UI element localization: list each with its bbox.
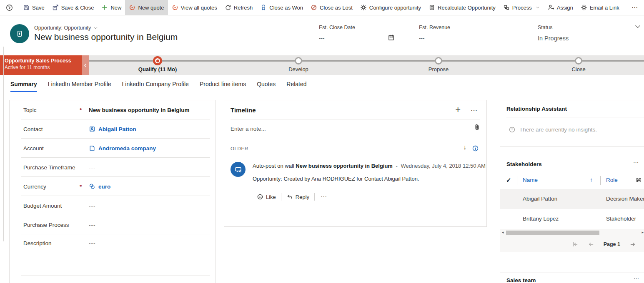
select-all-check-icon[interactable]: ✓ [506,176,511,184]
note-input[interactable] [231,123,462,134]
gear-icon [581,4,587,11]
close-as-won-button[interactable]: Close as Won [256,0,307,15]
info-icon[interactable] [472,145,479,152]
entity-selector[interactable]: Opportunity: Opportunity [34,25,98,31]
save-view-icon[interactable] [636,177,642,183]
next-page-icon[interactable] [629,241,636,248]
tab-linkedin-member-profile[interactable]: LinkedIn Member Profile [48,81,111,92]
save-and-close-button[interactable]: Save & Close [48,0,98,15]
quote-icon [172,4,178,11]
block-icon [311,4,317,11]
tab-product-line-items[interactable]: Product line items [200,81,246,92]
est-revenue-value[interactable]: --- [419,35,450,41]
save-button[interactable]: Save [19,0,48,15]
summary-form-card: Topic * New business opportunity in Belg… [9,100,216,283]
calculator-icon [428,4,435,11]
new-button[interactable]: New [98,0,125,15]
field-topic-label: Topic [23,107,80,113]
first-page-icon[interactable] [572,241,579,248]
relationship-assistant-card: Relationship Assistant There are current… [500,100,644,146]
timeline-more-button[interactable]: ⋯ [471,106,477,114]
stage-marker-icon [575,57,582,65]
email-a-link-button[interactable]: Email a Link [577,0,623,15]
field-account: Account Andromeda company [10,139,215,158]
field-contact-value[interactable]: Abigail Patton [98,126,136,132]
configure-opportunity-label: Configure opportunity [369,4,421,11]
timeline-add-button[interactable]: + [455,104,461,115]
new-quote-button[interactable]: New quote [125,0,168,15]
post-prefix: Auto-post on wall [253,163,294,169]
stage-marker-icon [295,57,302,65]
field-budget-amount-value[interactable]: --- [89,203,96,209]
expand-header-chevron-icon[interactable] [634,23,641,30]
status-field: Status In Progress [538,25,569,42]
grid-header-row: ✓ Name ↑ Role [500,172,644,189]
close-as-lost-button[interactable]: Close as Lost [307,0,356,15]
stakeholders-more-button[interactable]: ⋯ [633,159,639,166]
sales-team-more-button[interactable]: ⋯ [634,276,639,282]
smiley-icon [257,194,263,200]
person-assign-icon [548,4,554,11]
post-headline: Auto-post on wall New business opportuni… [253,163,482,169]
scroll-left-arrow[interactable]: ◂ [502,230,504,234]
field-budget-amount-label: Budget Amount [23,203,80,209]
field-description-label: Description [23,240,80,246]
column-header-role[interactable]: Role [606,177,618,183]
tab-related[interactable]: Related [286,81,306,92]
configure-opportunity-button[interactable]: Configure opportunity [356,0,425,15]
refresh-button[interactable]: Refresh [221,0,257,15]
expand-commandbar-button[interactable] [0,0,19,15]
status-label: Status [538,25,569,30]
field-currency: Currency * euro [10,177,215,196]
post-body: Opportunity: Created by Ana RODRIGUEZ fo… [253,176,419,182]
previous-page-icon[interactable] [588,241,594,248]
field-currency-value[interactable]: euro [98,184,110,190]
sort-descending-button[interactable]: ↓ [463,144,466,151]
post-dash: - [396,163,398,169]
refresh-label: Refresh [234,4,253,11]
close-as-won-label: Close as Won [269,4,303,11]
process-label: Process [512,4,532,11]
field-budget-amount: Budget Amount --- [10,196,215,215]
save-label: Save [32,4,45,11]
stakeholder-name: Brittany Lopez [523,216,559,222]
process-ribbon[interactable]: Opportunity Sales Process Active for 11 … [0,55,82,75]
est-close-date-field: Est. Close Date --- [319,25,355,41]
est-close-date-value[interactable]: --- [319,35,355,41]
sort-ascending-icon[interactable]: ↑ [590,176,593,183]
est-close-date-label: Est. Close Date [319,25,355,30]
field-purchase-timeframe-value[interactable]: --- [89,164,96,171]
column-header-name[interactable]: Name [523,177,538,183]
post-more-button[interactable]: ⋯ [315,193,333,201]
field-description-value[interactable]: --- [89,240,96,246]
field-purchase-process-value[interactable]: --- [89,222,96,228]
paperclip-icon[interactable] [474,124,481,131]
chevron-left-icon [83,63,88,68]
tab-linkedin-company-profile[interactable]: LinkedIn Company Profile [122,81,189,92]
stakeholder-row[interactable]: Abigail Patton Decision Maker [500,189,644,209]
no-insights-text: There are currently no insights. [519,127,597,133]
scroll-right-arrow[interactable]: ▸ [641,230,644,234]
like-button[interactable]: Like [252,194,281,200]
recalculate-opportunity-button[interactable]: Recalculate Opportunity [425,0,499,15]
calendar-icon[interactable] [388,34,395,41]
est-revenue-field: Est. Revenue --- [419,25,450,41]
process-button[interactable]: Process [499,0,544,15]
commandbar-overflow-button[interactable]: ⋯ [626,0,644,15]
view-all-quotes-button[interactable]: View all quotes [168,0,221,15]
field-account-value[interactable]: Andromeda company [98,145,156,151]
sales-team-title: Sales team [506,277,536,283]
stakeholder-role: Stakeholder [606,216,636,222]
tab-summary[interactable]: Summary [10,81,37,92]
assign-button[interactable]: Assign [544,0,577,15]
tab-quotes[interactable]: Quotes [257,81,276,92]
reply-button[interactable]: Reply [281,194,314,200]
scrollbar-thumb[interactable] [506,231,599,235]
plus-icon [101,4,108,11]
save-close-icon [52,4,59,11]
collapse-process-button[interactable] [82,55,89,75]
stakeholder-row[interactable]: Brittany Lopez Stakeholder [500,209,644,229]
horizontal-scrollbar: ◂ ▸ [500,229,644,236]
field-account-label: Account [23,145,80,151]
field-topic-value[interactable]: New business opportunity in Belgium [89,107,190,113]
